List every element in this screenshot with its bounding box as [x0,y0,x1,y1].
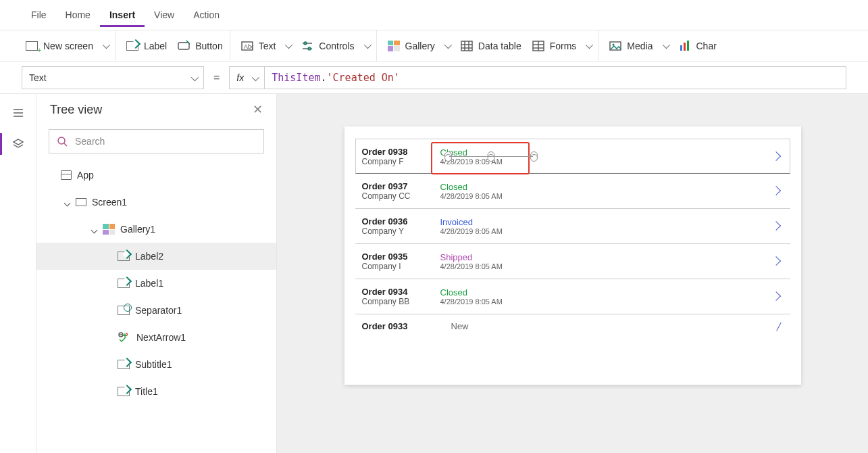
selection-handles[interactable] [444,151,538,162]
gallery-row[interactable]: Order 0938 Company F Closed 4/28/2019 8:… [355,139,790,174]
gallery-dropdown[interactable]: Gallery [388,41,450,51]
order-date: 4/28/2019 8:05 AM [440,227,542,235]
chevron-right-icon[interactable] [771,319,781,331]
tree-view-rail-button[interactable] [9,135,28,153]
tree-item-app[interactable]: App [36,162,276,189]
order-status: Invoiced [440,217,542,227]
canvas: Order 0938 Company F Closed 4/28/2019 8:… [277,94,868,453]
fx-label: fx [236,72,244,83]
controls-dropdown[interactable]: Controls [301,40,369,52]
button-button[interactable]: Button [178,40,222,52]
order-title: Order 0935 [362,252,440,262]
left-rail [0,94,36,453]
formula-token-field: 'Created On' [327,72,400,84]
svg-point-17 [613,43,615,45]
search-placeholder: Search [75,136,105,147]
menu-insert[interactable]: Insert [100,3,145,27]
new-screen-label: New screen [43,41,93,51]
svg-rect-19 [684,43,686,51]
tree-item-title1[interactable]: Title1 [36,378,276,405]
app-preview: Order 0938 Company F Closed 4/28/2019 8:… [344,126,801,385]
gallery-row[interactable]: Order 0935 Company I Shipped 4/28/2019 8… [355,244,790,279]
new-screen-icon [26,41,38,51]
tree-item-label1[interactable]: Label1 [36,270,276,297]
fx-button[interactable]: fx [229,66,265,89]
svg-text:Abc: Abc [244,43,253,50]
data-table-label: Data table [478,41,521,51]
forms-icon [532,40,544,52]
tree-search-input[interactable]: Search [49,129,264,153]
charts-dropdown[interactable]: Char [679,40,717,52]
formula-token-thisitem: ThisItem [272,72,320,84]
order-company: Company CC [362,191,440,201]
order-title: Order 0938 [362,147,440,157]
label-icon [118,360,130,369]
insert-ribbon: New screen Label Button Abc Text Control… [0,30,868,62]
property-value: Text [29,72,47,83]
nextarrow-icon [118,331,131,343]
tree-item-label: Label2 [135,251,163,262]
svg-line-25 [64,143,67,146]
text-icon: Abc [241,40,253,52]
data-table-button[interactable]: Data table [461,40,521,52]
gallery-row[interactable]: Order 0934 Company BB Closed 4/28/2019 8… [355,279,790,314]
charts-label: Char [696,41,717,51]
formula-input[interactable]: ThisItem.'Created On' [265,66,846,89]
menu-file[interactable]: File [22,3,56,27]
new-screen-button[interactable]: New screen [26,41,108,51]
order-status: Closed [440,182,542,192]
order-title: Order 0934 [362,287,440,297]
property-selector[interactable]: Text [22,66,204,89]
svg-rect-20 [687,41,689,51]
forms-dropdown[interactable]: Forms [532,40,592,52]
layers-icon [12,138,24,150]
tree-item-screen1[interactable]: Screen1 [36,189,276,216]
tree-item-label2[interactable]: Label2 [36,243,276,270]
gallery-row[interactable]: Order 0936 Company Y Invoiced 4/28/2019 … [355,209,790,244]
chevron-down-icon [248,72,257,83]
label-button[interactable]: Label [126,41,167,51]
chevron-right-icon[interactable] [771,186,780,195]
svg-rect-0 [178,43,189,49]
formula-token-dot: . [320,72,326,84]
chevron-right-icon[interactable] [771,291,780,301]
tree-item-separator1[interactable]: Separator1 [36,297,276,324]
svg-rect-18 [680,45,682,51]
gallery-row[interactable]: Order 0937 Company CC Closed 4/28/2019 8… [355,174,790,209]
chevron-right-icon[interactable] [771,256,780,266]
order-title: Order 0936 [362,216,440,226]
tree-item-label: Screen1 [92,197,127,208]
tree-view-panel: Tree view ✕ Search App Screen1 Gallery1 [36,94,277,453]
menu-home[interactable]: Home [56,3,100,27]
order-status: New [440,321,542,331]
close-tree-view-button[interactable]: ✕ [253,102,263,117]
menu-view[interactable]: View [145,3,184,27]
main-area: Tree view ✕ Search App Screen1 Gallery1 [0,94,868,453]
button-icon [178,40,190,52]
tree: App Screen1 Gallery1 Label2 Label1 [36,162,276,405]
controls-icon [301,40,313,52]
order-title: Order 0937 [362,181,440,191]
text-label: Text [259,41,276,51]
tree-item-nextarrow1[interactable]: NextArrow1 [36,324,276,351]
tree-item-label: App [77,170,94,181]
data-table-icon [461,40,473,52]
hamburger-button[interactable] [9,103,28,122]
media-icon [609,40,621,52]
search-icon [56,135,68,147]
tree-item-subtitle1[interactable]: Subtitle1 [36,351,276,378]
chevron-right-icon[interactable] [771,221,780,231]
label-button-label: Label [144,41,167,51]
menu-action[interactable]: Action [184,3,229,27]
media-dropdown[interactable]: Media [609,40,667,52]
gallery-row[interactable]: Order 0933 New [355,314,790,337]
chevron-right-icon[interactable] [771,151,780,160]
button-button-label: Button [195,41,222,51]
order-company: Company I [362,262,440,271]
text-dropdown[interactable]: Abc Text [241,40,291,52]
gallery-icon [388,41,400,51]
controls-label: Controls [319,41,354,51]
order-date: 4/28/2019 8:05 AM [440,297,542,306]
label-icon [118,252,130,261]
tree-item-gallery1[interactable]: Gallery1 [36,216,276,243]
